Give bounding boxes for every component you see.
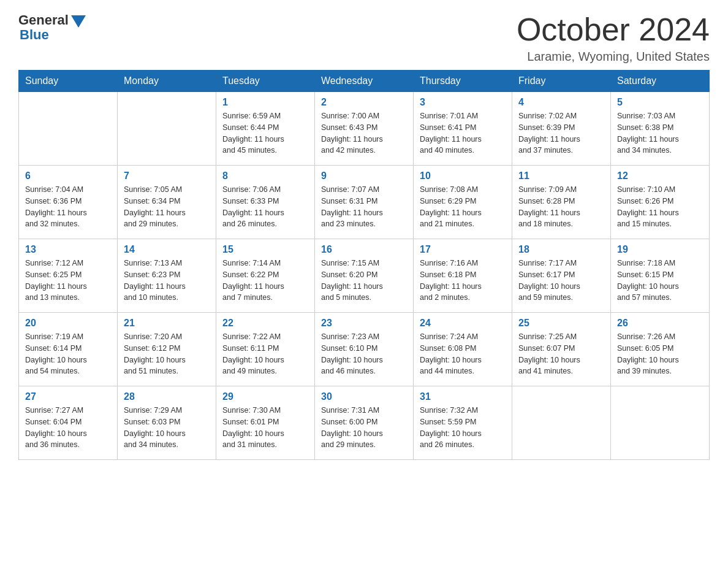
day-number: 7 <box>124 170 210 182</box>
day-info: Sunrise: 7:17 AM Sunset: 6:17 PM Dayligh… <box>518 258 604 304</box>
calendar-cell: 21Sunrise: 7:20 AM Sunset: 6:12 PM Dayli… <box>118 313 216 386</box>
calendar-cell: 28Sunrise: 7:29 AM Sunset: 6:03 PM Dayli… <box>118 386 216 460</box>
day-info: Sunrise: 7:18 AM Sunset: 6:15 PM Dayligh… <box>617 258 703 304</box>
day-info: Sunrise: 7:31 AM Sunset: 6:00 PM Dayligh… <box>321 405 407 451</box>
day-number: 3 <box>420 97 506 108</box>
day-info: Sunrise: 7:16 AM Sunset: 6:18 PM Dayligh… <box>420 258 506 304</box>
calendar-cell: 5Sunrise: 7:03 AM Sunset: 6:38 PM Daylig… <box>611 92 710 166</box>
day-info: Sunrise: 7:06 AM Sunset: 6:33 PM Dayligh… <box>222 184 308 230</box>
calendar-cell: 15Sunrise: 7:14 AM Sunset: 6:22 PM Dayli… <box>216 239 315 313</box>
calendar-week-row: 27Sunrise: 7:27 AM Sunset: 6:04 PM Dayli… <box>19 386 710 460</box>
calendar-cell <box>19 92 118 166</box>
calendar-cell: 1Sunrise: 6:59 AM Sunset: 6:44 PM Daylig… <box>216 92 315 166</box>
day-info: Sunrise: 7:12 AM Sunset: 6:25 PM Dayligh… <box>25 258 111 304</box>
day-info: Sunrise: 7:32 AM Sunset: 5:59 PM Dayligh… <box>420 405 506 451</box>
day-number: 19 <box>617 244 703 255</box>
day-number: 6 <box>25 170 111 182</box>
page-header: General Blue October 2024 Laramie, Wyomi… <box>18 12 710 64</box>
calendar-cell: 20Sunrise: 7:19 AM Sunset: 6:14 PM Dayli… <box>19 313 118 386</box>
calendar-cell: 27Sunrise: 7:27 AM Sunset: 6:04 PM Dayli… <box>19 386 118 460</box>
column-header-wednesday: Wednesday <box>315 71 414 92</box>
day-number: 21 <box>124 318 210 329</box>
day-info: Sunrise: 7:30 AM Sunset: 6:01 PM Dayligh… <box>222 405 308 451</box>
day-info: Sunrise: 7:15 AM Sunset: 6:20 PM Dayligh… <box>321 258 407 304</box>
month-title: October 2024 <box>517 12 710 47</box>
day-info: Sunrise: 7:07 AM Sunset: 6:31 PM Dayligh… <box>321 184 407 230</box>
day-info: Sunrise: 7:27 AM Sunset: 6:04 PM Dayligh… <box>25 405 111 451</box>
calendar-week-row: 20Sunrise: 7:19 AM Sunset: 6:14 PM Dayli… <box>19 313 710 386</box>
day-number: 18 <box>518 244 604 255</box>
calendar-cell: 16Sunrise: 7:15 AM Sunset: 6:20 PM Dayli… <box>315 239 414 313</box>
logo-blue-text: Blue <box>18 27 49 43</box>
day-info: Sunrise: 7:01 AM Sunset: 6:41 PM Dayligh… <box>420 110 506 156</box>
day-info: Sunrise: 7:03 AM Sunset: 6:38 PM Dayligh… <box>617 110 703 156</box>
title-section: October 2024 Laramie, Wyoming, United St… <box>517 12 710 64</box>
calendar-cell: 3Sunrise: 7:01 AM Sunset: 6:41 PM Daylig… <box>414 92 512 166</box>
day-info: Sunrise: 7:26 AM Sunset: 6:05 PM Dayligh… <box>617 331 703 377</box>
day-number: 13 <box>25 244 111 255</box>
calendar-cell: 29Sunrise: 7:30 AM Sunset: 6:01 PM Dayli… <box>216 386 315 460</box>
calendar-cell: 9Sunrise: 7:07 AM Sunset: 6:31 PM Daylig… <box>315 166 414 239</box>
calendar-cell: 14Sunrise: 7:13 AM Sunset: 6:23 PM Dayli… <box>118 239 216 313</box>
calendar-cell: 23Sunrise: 7:23 AM Sunset: 6:10 PM Dayli… <box>315 313 414 386</box>
day-number: 4 <box>518 97 604 108</box>
day-number: 22 <box>222 318 308 329</box>
logo: General Blue <box>18 12 86 43</box>
calendar-cell: 11Sunrise: 7:09 AM Sunset: 6:28 PM Dayli… <box>512 166 611 239</box>
day-info: Sunrise: 7:08 AM Sunset: 6:29 PM Dayligh… <box>420 184 506 230</box>
day-number: 5 <box>617 97 703 108</box>
day-info: Sunrise: 7:13 AM Sunset: 6:23 PM Dayligh… <box>124 258 210 304</box>
calendar-week-row: 1Sunrise: 6:59 AM Sunset: 6:44 PM Daylig… <box>19 92 710 166</box>
calendar-cell <box>512 386 611 460</box>
calendar-week-row: 6Sunrise: 7:04 AM Sunset: 6:36 PM Daylig… <box>19 166 710 239</box>
calendar-cell: 8Sunrise: 7:06 AM Sunset: 6:33 PM Daylig… <box>216 166 315 239</box>
calendar-table: SundayMondayTuesdayWednesdayThursdayFrid… <box>18 70 710 460</box>
day-number: 28 <box>124 391 210 402</box>
column-header-saturday: Saturday <box>611 71 710 92</box>
day-info: Sunrise: 7:02 AM Sunset: 6:39 PM Dayligh… <box>518 110 604 156</box>
calendar-cell: 17Sunrise: 7:16 AM Sunset: 6:18 PM Dayli… <box>414 239 512 313</box>
day-number: 25 <box>518 318 604 329</box>
calendar-cell: 19Sunrise: 7:18 AM Sunset: 6:15 PM Dayli… <box>611 239 710 313</box>
calendar-cell: 24Sunrise: 7:24 AM Sunset: 6:08 PM Dayli… <box>414 313 512 386</box>
calendar-cell <box>118 92 216 166</box>
calendar-cell: 10Sunrise: 7:08 AM Sunset: 6:29 PM Dayli… <box>414 166 512 239</box>
day-info: Sunrise: 7:23 AM Sunset: 6:10 PM Dayligh… <box>321 331 407 377</box>
day-number: 24 <box>420 318 506 329</box>
day-info: Sunrise: 7:14 AM Sunset: 6:22 PM Dayligh… <box>222 258 308 304</box>
calendar-week-row: 13Sunrise: 7:12 AM Sunset: 6:25 PM Dayli… <box>19 239 710 313</box>
logo-triangle-icon <box>71 15 86 28</box>
column-header-thursday: Thursday <box>414 71 512 92</box>
day-number: 2 <box>321 97 407 108</box>
day-number: 27 <box>25 391 111 402</box>
day-number: 30 <box>321 391 407 402</box>
day-number: 10 <box>420 170 506 182</box>
day-info: Sunrise: 7:10 AM Sunset: 6:26 PM Dayligh… <box>617 184 703 230</box>
calendar-cell: 4Sunrise: 7:02 AM Sunset: 6:39 PM Daylig… <box>512 92 611 166</box>
calendar-cell: 7Sunrise: 7:05 AM Sunset: 6:34 PM Daylig… <box>118 166 216 239</box>
calendar-cell: 2Sunrise: 7:00 AM Sunset: 6:43 PM Daylig… <box>315 92 414 166</box>
calendar-header-row: SundayMondayTuesdayWednesdayThursdayFrid… <box>19 71 710 92</box>
day-number: 14 <box>124 244 210 255</box>
calendar-cell: 26Sunrise: 7:26 AM Sunset: 6:05 PM Dayli… <box>611 313 710 386</box>
day-number: 12 <box>617 170 703 182</box>
day-number: 31 <box>420 391 506 402</box>
day-number: 16 <box>321 244 407 255</box>
day-info: Sunrise: 7:04 AM Sunset: 6:36 PM Dayligh… <box>25 184 111 230</box>
day-info: Sunrise: 7:24 AM Sunset: 6:08 PM Dayligh… <box>420 331 506 377</box>
day-number: 26 <box>617 318 703 329</box>
day-number: 9 <box>321 170 407 182</box>
column-header-tuesday: Tuesday <box>216 71 315 92</box>
calendar-cell: 30Sunrise: 7:31 AM Sunset: 6:00 PM Dayli… <box>315 386 414 460</box>
day-number: 29 <box>222 391 308 402</box>
day-info: Sunrise: 7:20 AM Sunset: 6:12 PM Dayligh… <box>124 331 210 377</box>
day-info: Sunrise: 7:29 AM Sunset: 6:03 PM Dayligh… <box>124 405 210 451</box>
day-info: Sunrise: 7:19 AM Sunset: 6:14 PM Dayligh… <box>25 331 111 377</box>
day-info: Sunrise: 7:00 AM Sunset: 6:43 PM Dayligh… <box>321 110 407 156</box>
calendar-cell: 13Sunrise: 7:12 AM Sunset: 6:25 PM Dayli… <box>19 239 118 313</box>
logo-general-text: General <box>18 12 69 28</box>
day-number: 17 <box>420 244 506 255</box>
column-header-sunday: Sunday <box>19 71 118 92</box>
day-info: Sunrise: 7:09 AM Sunset: 6:28 PM Dayligh… <box>518 184 604 230</box>
day-number: 8 <box>222 170 308 182</box>
